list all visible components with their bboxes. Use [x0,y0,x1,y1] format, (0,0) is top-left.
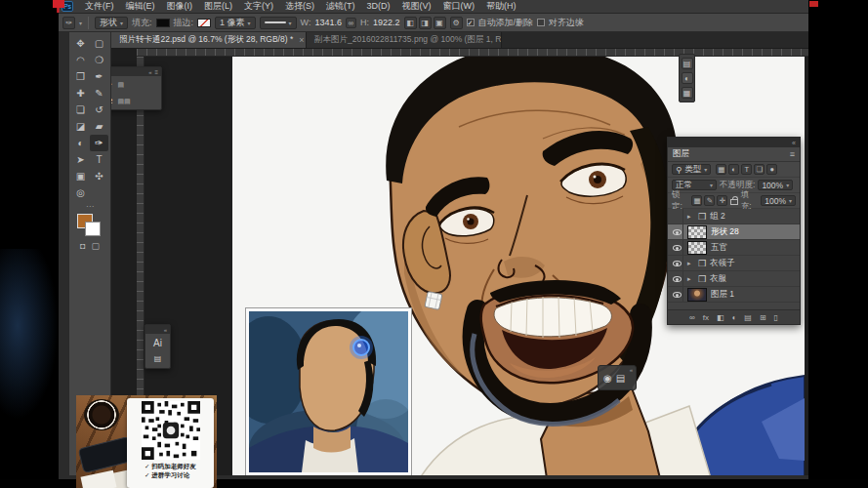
expand-triangle-icon[interactable]: ▸ [687,213,694,221]
smart-object-filter-icon[interactable]: ● [766,164,777,175]
edit-toolbar-icon[interactable]: ⋯ [86,202,94,211]
rectangle-tool[interactable]: ▣ [71,168,90,184]
move-tool[interactable]: ✥ [71,35,90,52]
quick-selection-tool[interactable]: ❍ [90,52,108,68]
layer-filter-dropdown[interactable]: ⚲ 类型 ▾ [672,164,711,175]
menu-item-3[interactable]: 图层(L) [198,0,238,13]
path-combine-icon[interactable]: ◧ [404,17,417,29]
visibility-eye-icon[interactable] [673,229,682,235]
delete-layer-icon[interactable]: ▯ [774,313,778,322]
new-group-icon[interactable]: ▤ [744,313,752,322]
layer-thumbnail[interactable] [687,241,707,255]
gear-icon[interactable]: ⚙ [450,17,463,29]
collapse-panels-icon[interactable]: « [792,140,796,146]
options-icon[interactable]: ▤ [616,373,625,384]
gradient-tool[interactable]: ▰ [90,118,108,135]
type-filter-icon[interactable]: T [741,164,752,175]
height-value[interactable]: 1922.2 [373,18,400,27]
fill-dropdown[interactable]: 100% ▾ [761,195,796,206]
layer-thumbnail[interactable] [687,225,707,239]
layer-row-5[interactable]: 图层 1 [668,287,800,303]
dodge-tool[interactable]: ◐ [71,135,90,151]
layer-row-3[interactable]: ▸❒衣领子 [668,256,800,271]
layer-row-1[interactable]: 形状 28 [668,224,800,240]
layer-row-4[interactable]: ▸❒衣服 [668,271,800,287]
eye-cell[interactable] [671,271,683,286]
marquee-tool[interactable]: ▢ [90,35,108,52]
width-value[interactable]: 1341.6 [314,18,342,27]
expand-triangle-icon[interactable]: ▸ [687,260,694,267]
adjustment-filter-icon[interactable]: ◐ [728,164,739,175]
zoom-tool[interactable]: ◎ [71,184,90,201]
document-tab-0[interactable]: 照片转卡通22.psd @ 16.7% (形状 28, RGB/8) *× [111,32,307,48]
menu-item-0[interactable]: 文件(F) [79,0,120,13]
layer-row-2[interactable]: 五官 [668,240,800,256]
menu-item-8[interactable]: 视图(V) [396,0,437,13]
visibility-eye-icon[interactable] [673,276,682,282]
properties-panel-icon[interactable]: ▤ [682,58,693,69]
panel-menu-icon[interactable]: ≡ [154,69,158,75]
brush-tool[interactable]: ✎ [90,85,108,102]
ai-sub-icon[interactable]: ▤ [145,352,170,368]
menu-item-10[interactable]: 帮助(H) [480,0,522,13]
eyedropper-tool[interactable]: ✒ [90,68,108,85]
tab-close-icon[interactable]: × [299,35,304,45]
visibility-eye-icon[interactable] [673,292,682,298]
new-layer-icon[interactable]: ⊞ [760,313,766,322]
brush-preview-icon[interactable]: ◉ [603,373,612,384]
quick-mask-icon[interactable]: ◘ [80,241,85,251]
crop-tool[interactable]: ❐ [71,68,90,85]
pen-tool[interactable]: ✑ [90,135,108,151]
shape-filter-icon[interactable]: ❏ [754,164,765,175]
clone-stamp-tool[interactable]: ❏ [71,102,90,118]
path-selection-tool[interactable]: ➤ [71,151,90,168]
auto-add-delete-checkbox[interactable]: ✓ [467,19,475,26]
hand-tool[interactable]: ✣ [90,168,108,184]
panel-menu-icon[interactable]: ≡ [790,149,795,159]
eye-cell[interactable] [671,224,683,239]
link-layers-icon[interactable]: ∞ [689,313,695,322]
tool-preset-caret-icon[interactable]: ▾ [79,20,82,26]
lock-move-icon[interactable]: ✛ [717,195,727,206]
collapse-icon[interactable]: « [148,69,151,75]
tool-mode-dropdown[interactable]: 形状 ▾ [95,17,128,29]
pen-tool-preset-icon[interactable]: ✑ [62,17,75,29]
adjustments-panel-icon[interactable]: ◐ [682,72,693,84]
eye-cell[interactable] [671,256,683,270]
eye-cell[interactable] [671,287,683,302]
horizontal-ruler[interactable] [137,49,808,57]
menu-item-5[interactable]: 选择(S) [279,0,320,13]
lock-paint-icon[interactable]: ✎ [704,195,715,206]
layer-mask-icon[interactable]: ◧ [717,313,724,322]
ai-icon[interactable]: Ai [145,334,170,352]
eye-cell[interactable] [671,240,683,255]
stroke-style-dropdown[interactable]: ▾ [260,17,297,29]
stroke-width-dropdown[interactable]: 1 像素 ▾ [215,17,256,29]
eraser-tool[interactable]: ◪ [71,118,90,135]
align-edges-checkbox[interactable] [537,19,545,26]
visibility-eye-icon[interactable] [673,245,682,251]
lock-transparent-icon[interactable]: ▦ [691,195,702,206]
visibility-eye-icon[interactable] [673,261,682,266]
opacity-dropdown[interactable]: 100% ▾ [758,180,793,190]
adjustment-layer-icon[interactable]: ◐ [731,313,736,322]
menu-item-1[interactable]: 编辑(E) [120,0,161,13]
lock-all-icon[interactable] [730,199,737,205]
stroke-swatch[interactable] [197,19,211,27]
layer-style-icon[interactable]: fx [703,313,709,322]
layer-thumbnail[interactable] [687,288,707,302]
pixel-filter-icon[interactable]: ▦ [716,164,726,175]
lasso-tool[interactable]: ◠ [71,52,90,68]
path-arrange-icon[interactable]: ▣ [434,17,446,29]
expand-triangle-icon[interactable]: ▸ [687,275,694,283]
eye-cell[interactable] [671,209,683,224]
link-dimensions-icon[interactable]: ∞ [346,18,356,28]
floating-widget[interactable]: « ◉▤ [598,365,637,390]
menu-item-4[interactable]: 文字(Y) [238,0,279,13]
document-tab-1[interactable]: 副本图片_2016022811735.png @ 100% (图层 1, RGB… [307,32,502,48]
menu-item-7[interactable]: 3D(D) [361,0,396,13]
screen-mode-icon[interactable]: ▢ [91,241,100,251]
layer-row-0[interactable]: ▸❒组 2 [668,209,800,224]
type-tool[interactable]: T [90,151,108,168]
path-align-icon[interactable]: ◨ [419,17,432,29]
